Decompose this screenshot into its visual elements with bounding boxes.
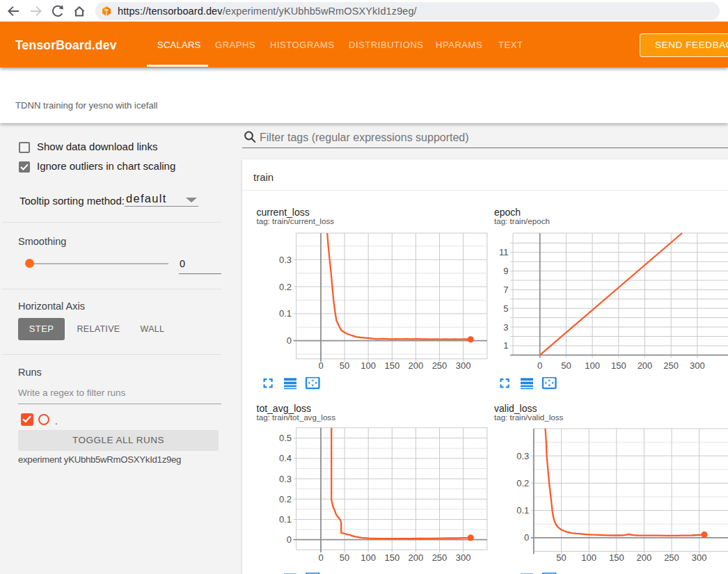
svg-text:1: 1 — [503, 340, 508, 351]
svg-text:11: 11 — [499, 247, 509, 257]
svg-text:0.3: 0.3 — [279, 255, 292, 265]
svg-text:0.5: 0.5 — [279, 433, 292, 443]
svg-text:50: 50 — [340, 552, 349, 563]
svg-text:250: 250 — [663, 360, 679, 371]
svg-text:300: 300 — [692, 552, 707, 563]
svg-text:0.3: 0.3 — [279, 474, 292, 484]
svg-text:200: 200 — [637, 552, 652, 563]
svg-text:7: 7 — [503, 285, 508, 295]
svg-text:250: 250 — [432, 552, 448, 563]
svg-text:0: 0 — [524, 532, 529, 543]
svg-text:0.2: 0.2 — [516, 478, 529, 488]
svg-text:250: 250 — [664, 552, 679, 563]
svg-text:150: 150 — [609, 552, 624, 563]
svg-text:0.1: 0.1 — [516, 505, 529, 516]
svg-text:150: 150 — [384, 552, 399, 563]
svg-text:3: 3 — [503, 322, 508, 333]
svg-text:300: 300 — [690, 360, 705, 371]
svg-text:200: 200 — [409, 552, 424, 563]
svg-text:0: 0 — [287, 534, 292, 545]
svg-text:0.2: 0.2 — [279, 282, 292, 292]
svg-text:50: 50 — [556, 552, 566, 563]
svg-text:0.2: 0.2 — [279, 494, 292, 504]
svg-text:0: 0 — [287, 335, 292, 346]
svg-text:0: 0 — [318, 360, 323, 371]
svg-text:100: 100 — [581, 552, 596, 563]
svg-text:200: 200 — [409, 360, 424, 371]
svg-text:100: 100 — [361, 360, 376, 371]
svg-text:100: 100 — [361, 552, 376, 563]
svg-text:250: 250 — [432, 360, 448, 371]
svg-text:0.1: 0.1 — [279, 514, 292, 525]
svg-text:9: 9 — [503, 266, 508, 276]
svg-text:300: 300 — [456, 552, 471, 563]
svg-text:50: 50 — [561, 360, 571, 371]
svg-text:50: 50 — [340, 360, 349, 371]
svg-text:0.1: 0.1 — [279, 308, 292, 319]
svg-text:150: 150 — [611, 360, 626, 371]
svg-text:0: 0 — [318, 552, 323, 563]
svg-text:0: 0 — [537, 360, 542, 371]
svg-text:100: 100 — [585, 360, 600, 371]
svg-text:0.3: 0.3 — [516, 451, 529, 461]
svg-text:0.4: 0.4 — [279, 453, 292, 463]
svg-text:300: 300 — [456, 360, 471, 371]
svg-text:200: 200 — [638, 360, 653, 371]
svg-text:5: 5 — [503, 303, 508, 314]
svg-text:150: 150 — [384, 360, 399, 371]
